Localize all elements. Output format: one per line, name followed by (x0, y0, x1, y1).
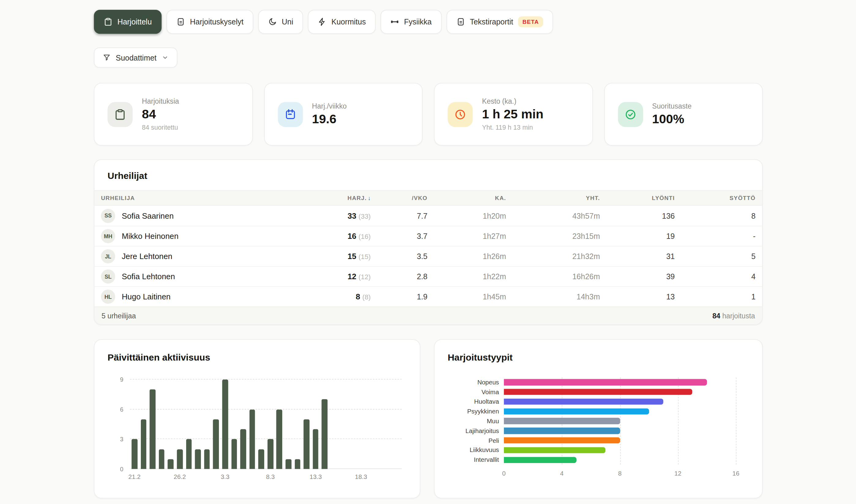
athlete-name: Hugo Laitinen (122, 292, 171, 301)
table-row-mikko-heinonen[interactable]: MH Mikko Heinonen 16(16) 3.7 1h27m 23h15… (94, 226, 762, 246)
stat-card-suoritusaste: Suoritusaste 100% (604, 83, 763, 146)
tab-harjoittelu[interactable]: Harjoittelu (94, 10, 162, 34)
daily-bar[interactable] (204, 449, 210, 469)
y-tick-label: 3 (120, 436, 123, 442)
column-header-ly-nti[interactable]: LYÖNTI (600, 195, 675, 201)
tab-label: Harjoittelu (117, 17, 152, 26)
column-header-sy-tt[interactable]: SYÖTTÖ (675, 195, 756, 201)
lyonti-count: 31 (600, 252, 675, 261)
category-label: Voima (448, 387, 504, 397)
type-bar-nopeus[interactable] (504, 379, 707, 386)
daily-bar[interactable] (140, 419, 146, 469)
column-header-yht[interactable]: YHT. (506, 195, 600, 201)
sort-desc-icon: ↓ (368, 195, 371, 201)
table-row-jere-lehtonen[interactable]: JL Jere Lehtonen 15(15) 3.5 1h26m 21h32m… (94, 246, 762, 266)
athlete-name: Sofia Saarinen (122, 211, 174, 220)
type-bar-lajiharjoitus[interactable] (504, 428, 620, 434)
gridline (736, 377, 737, 465)
daily-bar[interactable] (177, 449, 183, 469)
daily-bar[interactable] (158, 449, 165, 469)
table-row-sofia-lehtonen[interactable]: SL Sofia Lehtonen 12(12) 2.8 1h22m 16h26… (94, 266, 762, 286)
table-header: URHEILIJA HARJ.↓ /VKO KA. YHT. LYÖNTI SY… (94, 190, 762, 205)
tab-harjoituskyselyt[interactable]: Harjoituskyselyt (167, 10, 254, 34)
daily-bar[interactable] (222, 380, 228, 469)
type-bar-peli[interactable] (504, 437, 620, 444)
x-tick-label: 12 (674, 470, 682, 476)
type-bar-huoltava[interactable] (504, 398, 664, 405)
type-bar-intervallit[interactable] (504, 456, 577, 463)
daily-bar[interactable] (313, 429, 319, 469)
y-tick-label: 6 (120, 406, 123, 413)
tab-label: Tekstiraportit (470, 17, 513, 26)
column-header-urheilija[interactable]: URHEILIJA (101, 195, 305, 201)
training-total: 84 harjoitusta (713, 312, 755, 320)
tab-label: Uni (282, 17, 293, 26)
type-bar-psyykkinen[interactable] (504, 408, 649, 415)
daily-activity-chart: 036921.226.23.38.313.318.3 (130, 380, 402, 469)
tab-label: Fysiikka (404, 17, 432, 26)
daily-bar[interactable] (240, 429, 246, 469)
lyonti-count: 19 (600, 232, 675, 241)
type-bar-liikkuvuus[interactable] (504, 447, 605, 453)
daily-bar[interactable] (276, 410, 282, 469)
harj-count: 8 (356, 292, 360, 301)
x-tick-label: 16 (732, 470, 739, 476)
harj-count: 12 (347, 272, 356, 281)
per-week: 3.7 (371, 232, 427, 241)
daily-bar[interactable] (150, 390, 155, 469)
y-tick-label: 0 (120, 466, 123, 472)
type-bar-voima[interactable] (504, 389, 692, 395)
stat-cards: Harjoituksia 84 84 suoritettu Harj./viik… (94, 83, 763, 146)
tab-kuormitus[interactable]: Kuormitus (308, 10, 376, 34)
table-row-hugo-laitinen[interactable]: HL Hugo Laitinen 8(8) 1.9 1h45m 14h3m 13… (94, 286, 762, 306)
x-tick-label: 0 (502, 470, 506, 476)
athlete-name: Mikko Heinonen (122, 232, 178, 241)
stat-card-harj-viikko: Harj./viikko 19.6 (264, 83, 423, 146)
file-text-icon (176, 17, 185, 26)
daily-bar[interactable] (322, 399, 328, 469)
daily-bar[interactable] (132, 439, 137, 469)
column-header-ka[interactable]: KA. (427, 195, 506, 201)
filters-button[interactable]: Suodattimet (94, 48, 177, 68)
column-header-harj[interactable]: HARJ.↓ (305, 195, 371, 201)
tab-fysiikka[interactable]: Fysiikka (380, 10, 442, 34)
avg-duration: 1h26m (427, 252, 506, 261)
daily-bar[interactable] (168, 459, 174, 469)
daily-bar[interactable] (268, 439, 273, 469)
daily-bar[interactable] (286, 459, 291, 469)
per-week: 7.7 (371, 211, 427, 220)
stat-sub: 84 suoritettu (142, 124, 179, 131)
beta-badge: BETA (518, 16, 543, 27)
syotto-count: 5 (675, 252, 756, 261)
column-header-vko[interactable]: /VKO (371, 195, 427, 201)
avatar: HL (101, 290, 115, 304)
daily-bars (130, 380, 402, 469)
x-tick-label: 8 (618, 470, 621, 476)
daily-bar[interactable] (294, 459, 300, 469)
avatar: MH (101, 229, 115, 243)
avatar: SL (101, 269, 115, 284)
harj-completed: (15) (359, 253, 371, 260)
syotto-count: - (675, 232, 756, 241)
daily-bar[interactable] (186, 439, 192, 469)
file-text-icon (456, 17, 465, 26)
type-bar-muu[interactable] (504, 418, 620, 424)
tab-tekstiraportit[interactable]: Tekstiraportit BETA (446, 10, 553, 34)
lightning-icon (318, 17, 327, 26)
tab-uni[interactable]: Uni (258, 10, 303, 34)
clipboard-icon (107, 102, 133, 127)
x-tick-label: 21.2 (128, 473, 140, 480)
athlete-name: Sofia Lehtonen (122, 272, 175, 281)
daily-bar[interactable] (195, 449, 201, 469)
daily-bar[interactable] (231, 439, 237, 469)
table-row-sofia-saarinen[interactable]: SS Sofia Saarinen 33(33) 7.7 1h20m 43h57… (94, 205, 762, 226)
daily-bar[interactable] (258, 449, 264, 469)
daily-bar[interactable] (304, 419, 309, 469)
daily-bar[interactable] (249, 410, 255, 469)
daily-activity-title: Päivittäinen aktiivisuus (107, 352, 407, 363)
total-duration: 14h3m (506, 292, 600, 301)
stat-value: 100% (652, 112, 691, 126)
syotto-count: 4 (675, 272, 756, 281)
daily-bar[interactable] (213, 419, 219, 469)
syotto-count: 8 (675, 211, 756, 220)
